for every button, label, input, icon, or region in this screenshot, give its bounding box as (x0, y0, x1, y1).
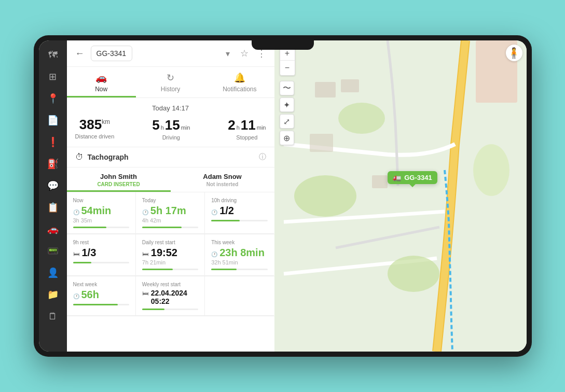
sidebar-icon-clipboard[interactable]: 📋 (43, 197, 63, 218)
driver-item-john[interactable]: John Smith CARD INSERTED (67, 167, 171, 192)
clock-icon-week: 🕐 (211, 251, 217, 257)
cell-today-main: 🕐 5h 17m (142, 205, 198, 217)
cell-next-week-value: 56h (81, 289, 99, 301)
cell-next-week-label: Next week (73, 282, 129, 287)
cell-this-week-value: 23h 8min (219, 247, 265, 259)
cell-today-value: 5h 17m (150, 205, 186, 217)
grid-cell-this-week: This week 🕐 23h 8min 32h 51min (205, 234, 274, 276)
tabs: 🚗 Now ↻ History 🔔 Notifications (67, 67, 274, 98)
person-map-icon[interactable]: 🧍 (506, 45, 522, 61)
stat-stopped: 2 h 11 min Stopped (228, 117, 266, 141)
favorite-icon[interactable]: ☆ (238, 46, 251, 61)
progress-this-week (211, 269, 268, 270)
grid-row-1: Now 🕐 54min 3h 35m Today 🕐 5h 17m 4h 42m (67, 192, 274, 234)
progress-daily-rest (142, 269, 198, 270)
tab-history-label: History (161, 86, 180, 93)
progress-9hrest (73, 262, 129, 263)
cell-this-week-sub: 32h 51min (211, 259, 268, 265)
tab-notifications-label: Notifications (223, 86, 256, 93)
clock-icon-next-week: 🕐 (73, 293, 79, 299)
stat-distance-value: 385km (75, 117, 115, 132)
driver-item-adam[interactable]: Adam Snow Not insterted (171, 167, 274, 192)
grid-cell-today: Today 🕐 5h 17m 4h 42m (136, 192, 205, 234)
svg-rect-7 (310, 134, 333, 152)
bed-icon-daily: 🛏 (142, 250, 148, 258)
cell-9hrest-main: 🛏 1/3 (73, 247, 129, 259)
cell-weekly-rest-value: 22.04.202405:22 (151, 289, 187, 305)
cell-today-label: Today (142, 198, 198, 203)
vehicle-select-wrapper: GG-3341 (91, 46, 234, 61)
vehicle-select[interactable]: GG-3341 (91, 46, 132, 61)
cluster-icon-button[interactable]: ✦ (280, 97, 294, 112)
cell-9hrest-value: 1/3 (82, 247, 97, 259)
progress-10h (211, 220, 268, 221)
clock-icon-today: 🕐 (142, 209, 148, 215)
tab-notifications-icon: 🔔 (234, 72, 245, 83)
grid-row-2: 9h rest 🛏 1/3 Daily rest start 🛏 19:52 7… (67, 234, 274, 276)
zoom-out-button[interactable]: − (280, 61, 295, 75)
svg-rect-5 (315, 82, 336, 97)
tachograph-title: Tachograph (88, 153, 255, 161)
route-icon-button[interactable]: 〜 (280, 81, 294, 95)
cell-now-label: Now (73, 198, 129, 203)
tachograph-info-icon[interactable]: ⓘ (259, 152, 266, 162)
sidebar-icon-fuel[interactable]: ⛽ (43, 153, 63, 174)
sidebar-icon-location[interactable]: 📍 (43, 88, 63, 109)
stat-driving-label: Driving (152, 134, 190, 141)
grid-cell-empty (205, 276, 274, 316)
cell-now-value: 54min (81, 205, 112, 217)
tachograph-icon: ⏱ (75, 152, 84, 162)
svg-point-2 (388, 256, 439, 292)
drivers-row: John Smith CARD INSERTED Adam Snow Not i… (67, 167, 274, 192)
tab-history-icon: ↻ (167, 72, 174, 83)
progress-next-week (73, 304, 129, 305)
sidebar-icon-device[interactable]: 📟 (43, 241, 63, 261)
cell-daily-rest-label: Daily rest start (142, 240, 198, 245)
sidebar: 🗺 ⊞ 📍 📄 ❗ ⛽ 💬 📋 🚗 📟 👤 📁 🗒 (39, 40, 67, 352)
stats-row: 385km Distance driven 5 h 15 min Driving (67, 115, 274, 147)
sidebar-icon-alerts[interactable]: ❗ (43, 132, 63, 152)
tablet: 🗺 ⊞ 📍 📄 ❗ ⛽ 💬 📋 🚗 📟 👤 📁 🗒 ← GG-3341 (34, 35, 532, 357)
sidebar-icon-messages[interactable]: 💬 (43, 175, 63, 196)
driver-status-john: CARD INSERTED (71, 181, 167, 187)
progress-weekly-rest (142, 309, 198, 310)
truck-id-label: GG-3341 (404, 174, 432, 181)
sidebar-icon-map[interactable]: 🗺 (43, 45, 63, 65)
sidebar-icon-dashboard[interactable]: ⊞ (43, 66, 63, 87)
grid-cell-next-week: Next week 🕐 56h (67, 276, 136, 316)
stat-stopped-label: Stopped (228, 134, 266, 141)
cell-this-week-main: 🕐 23h 8min (211, 247, 268, 259)
map-svg (274, 40, 527, 352)
tab-history[interactable]: ↻ History (136, 67, 205, 97)
progress-now (73, 227, 129, 228)
sidebar-icon-vehicle[interactable]: 🚗 (43, 219, 63, 240)
sidebar-icon-reports[interactable]: 📄 (43, 110, 63, 131)
main-panel: ← GG-3341 ☆ ⋮ 🚗 Now ↻ History (67, 40, 274, 352)
svg-point-1 (294, 175, 356, 217)
grid-cell-now: Now 🕐 54min 3h 35m (67, 192, 136, 234)
tachograph-header: ⏱ Tachograph ⓘ (67, 147, 274, 167)
svg-rect-6 (341, 79, 359, 92)
cell-10h-main: 🕐 1/2 (211, 205, 268, 217)
truck-label: 🚛 GG-3341 (388, 171, 437, 184)
tab-notifications[interactable]: 🔔 Notifications (205, 67, 274, 97)
cell-9hrest-label: 9h rest (73, 240, 129, 245)
location-icon-button[interactable]: ⊕ (280, 131, 294, 145)
bed-icon-9h: 🛏 (73, 250, 79, 258)
driver-name-adam: Adam Snow (175, 173, 270, 180)
tab-now[interactable]: 🚗 Now (67, 67, 136, 97)
clock-icon-now: 🕐 (73, 209, 79, 215)
sidebar-icon-user[interactable]: 👤 (43, 262, 63, 283)
cell-10h-value: 1/2 (219, 205, 234, 217)
sidebar-icon-notes[interactable]: 🗒 (43, 306, 63, 327)
progress-today (142, 227, 198, 228)
back-button[interactable]: ← (73, 46, 87, 61)
grid-cell-10h: 10h driving 🕐 1/2 (205, 192, 274, 234)
cell-10h-label: 10h driving (211, 198, 268, 203)
tablet-inner: 🗺 ⊞ 📍 📄 ❗ ⛽ 💬 📋 🚗 📟 👤 📁 🗒 ← GG-3341 (39, 40, 527, 352)
clock-icon-10h: 🕐 (211, 209, 217, 215)
fullscreen-icon-button[interactable]: ⤢ (280, 114, 294, 129)
driver-status-adam: Not insterted (175, 181, 270, 187)
panel-header: ← GG-3341 ☆ ⋮ (67, 40, 274, 67)
sidebar-icon-document[interactable]: 📁 (43, 284, 63, 305)
